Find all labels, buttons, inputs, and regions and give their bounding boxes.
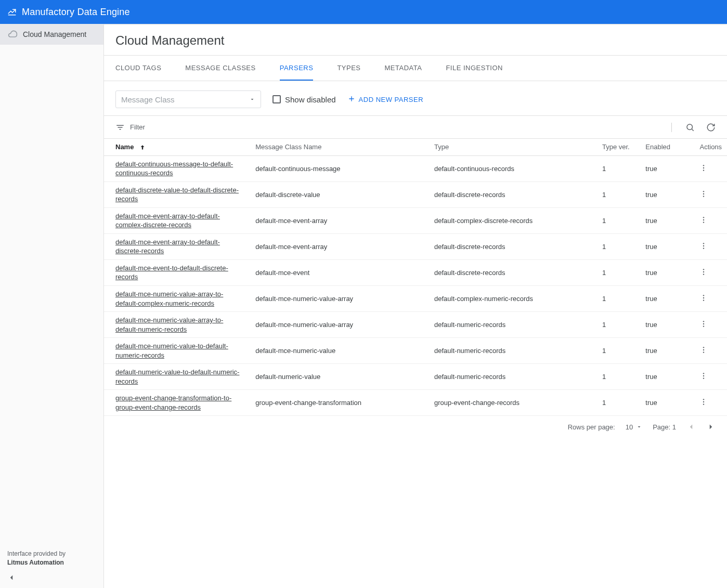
cell-type-ver: 1 (597, 390, 640, 416)
svg-point-10 (703, 219, 704, 220)
cell-type-ver: 1 (597, 338, 640, 364)
cell-enabled: true (640, 338, 694, 364)
tab-message-classes[interactable]: Message Classes (185, 56, 255, 81)
tabs: Cloud Tags Message Classes Parsers Types… (104, 56, 727, 81)
svg-point-28 (703, 375, 704, 376)
sidebar: Cloud Management Interface provided by L… (0, 24, 104, 588)
row-actions-menu-button[interactable] (699, 346, 708, 354)
sidebar-collapse-button[interactable] (5, 571, 18, 584)
row-actions-menu-button[interactable] (699, 216, 708, 224)
tab-types[interactable]: Types (337, 56, 360, 81)
table-row: default-continuous-message-to-default-co… (104, 155, 727, 181)
svg-point-19 (703, 297, 704, 298)
tab-parsers[interactable]: Parsers (280, 56, 314, 81)
page-title-bar: Cloud Management (104, 24, 727, 56)
cell-message-class-name: default-mce-numeric-value-array (250, 312, 429, 338)
row-actions-menu-button[interactable] (699, 294, 708, 302)
sidebar-item-cloud-management[interactable]: Cloud Management (0, 24, 103, 45)
cell-type: default-continuous-records (429, 155, 597, 181)
table-row: default-mce-event-array-to-default-compl… (104, 207, 727, 233)
cell-type: default-complex-discrete-records (429, 207, 597, 233)
parser-name-link[interactable]: default-discrete-value-to-default-discre… (115, 186, 245, 204)
row-actions-menu-button[interactable] (699, 372, 708, 380)
filter-label[interactable]: Filter (130, 123, 145, 131)
parser-name-link[interactable]: default-mce-numeric-value-array-to-defau… (115, 290, 245, 308)
cell-enabled: true (640, 181, 694, 207)
next-page-button[interactable] (706, 422, 716, 432)
col-header-type-ver[interactable]: Type ver. (597, 139, 640, 155)
sidebar-footer-line2: Litmus Automation (7, 558, 96, 567)
tab-cloud-tags[interactable]: Cloud Tags (115, 56, 161, 81)
pagination: Rows per page: 10 Page: 1 (104, 416, 727, 438)
page-label: Page: 1 (653, 423, 676, 431)
svg-point-23 (703, 326, 704, 327)
sort-asc-icon (139, 144, 146, 151)
show-disabled-checkbox[interactable]: Show disabled (272, 95, 336, 104)
row-actions-menu-button[interactable] (699, 190, 708, 198)
svg-point-6 (703, 191, 704, 192)
row-actions-menu-button[interactable] (699, 398, 708, 406)
col-header-type[interactable]: Type (429, 139, 597, 155)
prev-page-button[interactable] (686, 422, 696, 432)
row-actions-menu-button[interactable] (699, 164, 708, 172)
cell-type-ver: 1 (597, 259, 640, 285)
cell-type: default-numeric-records (429, 312, 597, 338)
parser-name-link[interactable]: default-mce-numeric-value-array-to-defau… (115, 316, 245, 334)
tab-file-ingestion[interactable]: File Ingestion (446, 56, 503, 81)
plus-icon (347, 95, 356, 104)
parser-name-link[interactable]: default-continuous-message-to-default-co… (115, 160, 245, 178)
sidebar-footer: Interface provided by Litmus Automation (7, 550, 96, 567)
row-actions-menu-button[interactable] (699, 320, 708, 328)
cell-type: default-complex-numeric-records (429, 285, 597, 311)
cell-message-class-name: default-mce-event (250, 259, 429, 285)
parser-name-link[interactable]: default-mce-event-array-to-default-compl… (115, 212, 245, 230)
row-actions-menu-button[interactable] (699, 242, 708, 250)
cell-message-class-name: default-mce-event-array (250, 207, 429, 233)
cell-type-ver: 1 (597, 364, 640, 390)
svg-point-20 (703, 299, 704, 300)
table-row: default-mce-event-array-to-default-discr… (104, 233, 727, 259)
main-content: Cloud Management Cloud Tags Message Clas… (104, 24, 727, 588)
parser-name-link[interactable]: default-mce-numeric-value-to-default-num… (115, 342, 245, 360)
svg-line-2 (692, 129, 693, 130)
svg-point-30 (703, 399, 704, 400)
toolbar: Message Class Show disabled Add New Pars… (104, 81, 727, 116)
brand-chart-icon (7, 7, 17, 18)
svg-point-1 (687, 124, 693, 130)
rows-per-page-select[interactable]: 10 (626, 423, 642, 431)
cell-message-class-name: default-mce-numeric-value-array (250, 285, 429, 311)
filter-icon[interactable] (115, 123, 125, 132)
cell-enabled: true (640, 207, 694, 233)
svg-point-4 (703, 167, 704, 168)
svg-point-12 (703, 243, 704, 244)
cell-enabled: true (640, 390, 694, 416)
message-class-select[interactable]: Message Class (115, 90, 261, 108)
cell-message-class-name: default-numeric-value (250, 364, 429, 390)
cell-message-class-name: default-mce-numeric-value (250, 338, 429, 364)
col-header-name[interactable]: Name (104, 139, 250, 155)
parser-name-link[interactable]: default-mce-event-array-to-default-discr… (115, 238, 245, 256)
table-row: default-mce-numeric-value-array-to-defau… (104, 312, 727, 338)
cell-type-ver: 1 (597, 312, 640, 338)
svg-point-17 (703, 273, 704, 275)
cell-enabled: true (640, 233, 694, 259)
search-icon[interactable] (685, 123, 695, 132)
svg-point-29 (703, 378, 704, 379)
table-row: default-mce-event-to-default-discrete-re… (104, 259, 727, 285)
add-new-parser-label: Add New Parser (359, 96, 424, 103)
cell-enabled: true (640, 364, 694, 390)
row-actions-menu-button[interactable] (699, 268, 708, 276)
message-class-select-placeholder: Message Class (121, 95, 175, 104)
tab-metadata[interactable]: Metadata (385, 56, 422, 81)
parser-name-link[interactable]: default-mce-event-to-default-discrete-re… (115, 264, 245, 282)
cell-enabled: true (640, 285, 694, 311)
cell-type-ver: 1 (597, 181, 640, 207)
app-header: Manufactory Data Engine (0, 0, 727, 24)
refresh-icon[interactable] (706, 123, 716, 132)
col-header-enabled[interactable]: Enabled (640, 139, 694, 155)
parser-name-link[interactable]: default-numeric-value-to-default-numeric… (115, 368, 245, 386)
col-header-message-class-name[interactable]: Message Class Name (250, 139, 429, 155)
parser-name-link[interactable]: group-event-change-transformation-to-gro… (115, 394, 245, 412)
checkbox-unchecked-icon (272, 95, 281, 103)
add-new-parser-button[interactable]: Add New Parser (347, 95, 424, 104)
